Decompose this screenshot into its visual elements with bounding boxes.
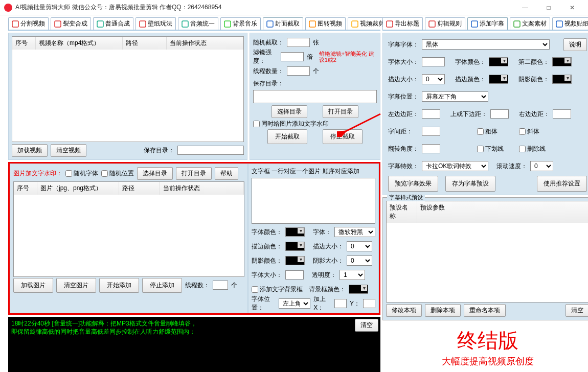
sub-effect[interactable]: 卡拉OK歌词特效	[422, 161, 488, 171]
tab-play[interactable]: 普通合成	[93, 17, 133, 30]
wm-shadow-size[interactable]: 0	[347, 255, 372, 266]
wm-bgbox-checkbox[interactable]: 添加文字背景框	[252, 285, 303, 294]
log-output: 18时22分40秒 [音量统一]功能解释：把MP3格式文件音量削峰填谷， 即保留…	[8, 317, 380, 372]
wm-shadow-color[interactable]	[285, 256, 305, 265]
tab-draft[interactable]: 文案素材	[510, 17, 550, 30]
tab-subtitle[interactable]: 添加字幕	[467, 17, 508, 30]
preset-list[interactable]: 预设名称预设参数	[386, 201, 588, 303]
wm-addx[interactable]	[334, 299, 347, 308]
filter-strength-input[interactable]	[281, 52, 304, 61]
tab-merge[interactable]: 裂变合成	[51, 17, 91, 30]
sub-scroll[interactable]: 0	[530, 161, 553, 171]
bold-checkbox[interactable]: 粗体	[477, 127, 497, 136]
svg-rect-7	[309, 21, 315, 27]
start-add-button[interactable]: 开始添加	[99, 278, 139, 293]
start-capture-button[interactable]: 开始截取	[267, 129, 307, 144]
tab-export[interactable]: 导出标题	[382, 17, 423, 30]
wm-font-select[interactable]: 微软雅黑	[334, 227, 375, 237]
clear-video-button[interactable]: 清空视频	[51, 144, 86, 157]
svg-rect-2	[97, 21, 103, 27]
save-dir-path[interactable]	[253, 90, 377, 103]
wm-pos-select[interactable]: 左上角	[279, 298, 310, 309]
del-preset-button[interactable]: 删除本项	[425, 304, 461, 317]
app-icon	[4, 4, 12, 12]
wm-select-dir-button[interactable]: 选择目录	[137, 167, 173, 180]
wm-bg-color[interactable]	[349, 285, 368, 294]
thread-count-input[interactable]	[287, 66, 310, 76]
random-pos-checkbox[interactable]: 随机位置	[101, 169, 134, 178]
tab-audio[interactable]: 音频统一	[178, 17, 218, 30]
save-dir-input[interactable]	[177, 146, 244, 155]
svg-rect-8	[352, 21, 358, 27]
rename-preset-button[interactable]: 重命名本项	[464, 304, 506, 317]
watermark-text-input[interactable]	[252, 178, 375, 224]
wm-stroke-color[interactable]	[285, 242, 305, 251]
clear-log-button[interactable]: 清空	[355, 319, 378, 332]
sub-position[interactable]: 屏幕左下角	[422, 91, 488, 102]
strike-checkbox[interactable]: 删除线	[519, 145, 546, 153]
wm-stroke-size[interactable]: 0	[347, 241, 372, 251]
image-list[interactable]: 序号 图片（jpg、png格式） 路径 当前操作状态	[13, 181, 244, 277]
stop-add-button[interactable]: 停止添加	[142, 278, 182, 293]
svg-rect-5	[224, 21, 231, 27]
audio-icon	[182, 20, 189, 28]
edit-preset-button[interactable]: 修改本项	[386, 304, 422, 317]
sub-font-size[interactable]	[422, 57, 445, 66]
sub-right[interactable]	[553, 109, 571, 119]
sub-font-family[interactable]: 黑体	[422, 39, 550, 50]
wm-threads-input[interactable]	[213, 281, 228, 290]
wm-font-size[interactable]	[285, 270, 304, 280]
sub-sec-color[interactable]	[552, 57, 572, 66]
sub-left[interactable]	[422, 109, 440, 119]
close-button[interactable]: ✕	[560, 0, 584, 15]
tab-wall[interactable]: 壁纸玩法	[135, 17, 176, 30]
tab-sticker[interactable]: 视频贴纸	[552, 17, 588, 30]
stop-capture-button[interactable]: 停止截取	[323, 129, 363, 144]
underline-checkbox[interactable]: 下划线	[477, 145, 504, 153]
random-font-checkbox[interactable]: 随机字体	[65, 169, 98, 178]
select-dir-button[interactable]: 选择目录	[272, 105, 307, 118]
instruction-button[interactable]: 说明	[563, 38, 587, 51]
recommend-button[interactable]: 使用推荐设置	[537, 176, 587, 192]
save-preset-button[interactable]: 存为字幕预设	[445, 176, 495, 192]
wm-font-color[interactable]	[285, 227, 305, 237]
sub-spacing[interactable]	[422, 127, 440, 136]
sub-topbot[interactable]	[490, 109, 509, 119]
sub-stroke-size[interactable]: 0	[422, 74, 445, 84]
wm-opacity[interactable]: 1	[340, 270, 365, 280]
sub-shadow-color[interactable]	[552, 75, 572, 84]
svg-rect-15	[556, 21, 562, 27]
video-list[interactable]: 序号 视频名称（mp4格式） 路径 当前操作状态	[12, 36, 244, 142]
tab-music[interactable]: 背景音乐	[220, 17, 261, 30]
wm-help-button[interactable]: 帮助	[215, 167, 238, 180]
wm-addy[interactable]	[363, 299, 375, 308]
window-title: AI视频批量剪辑大师 微信公众号：唐易视频批量剪辑 作者QQ：264246895…	[15, 3, 513, 12]
maximize-button[interactable]: □	[537, 0, 560, 15]
open-dir-button[interactable]: 打开目录	[323, 105, 358, 118]
rules-icon	[428, 20, 436, 28]
clear-preset-button[interactable]: 清空	[566, 304, 588, 317]
tabs-right: 导出标题剪辑规则添加字幕文案素材视频贴纸	[382, 17, 588, 31]
tab-split[interactable]: 分割视频	[8, 17, 49, 30]
wm-open-dir-button[interactable]: 打开目录	[176, 167, 212, 180]
load-image-button[interactable]: 加载图片	[13, 278, 53, 293]
minimize-button[interactable]: —	[513, 0, 537, 15]
tab-rules[interactable]: 剪辑规则	[425, 17, 465, 30]
tab-crop[interactable]: 封面截取	[263, 17, 303, 30]
preview-subtitle-button[interactable]: 预览字幕效果	[388, 176, 438, 192]
tab-img2vid[interactable]: 图转视频	[305, 17, 346, 30]
svg-rect-6	[267, 21, 273, 27]
rand-capture-input[interactable]	[287, 38, 310, 47]
add-watermark-checkbox[interactable]: 同时给图片添加文字水印	[253, 120, 377, 128]
sub-angle[interactable]	[422, 144, 440, 153]
load-video-button[interactable]: 加载视频	[12, 144, 48, 157]
split-icon	[12, 20, 19, 28]
italic-checkbox[interactable]: 斜体	[519, 127, 539, 136]
sub-stroke-color[interactable]	[489, 75, 508, 84]
subtitle-icon	[471, 20, 478, 28]
music-icon	[224, 20, 231, 28]
clear-image-button[interactable]: 清空图片	[56, 278, 96, 293]
svg-rect-11	[387, 21, 393, 27]
sub-font-color[interactable]	[489, 57, 508, 66]
tabs-left: 分割视频裂变合成普通合成壁纸玩法音频统一背景音乐封面截取图转视频视频裁剪	[8, 17, 380, 31]
